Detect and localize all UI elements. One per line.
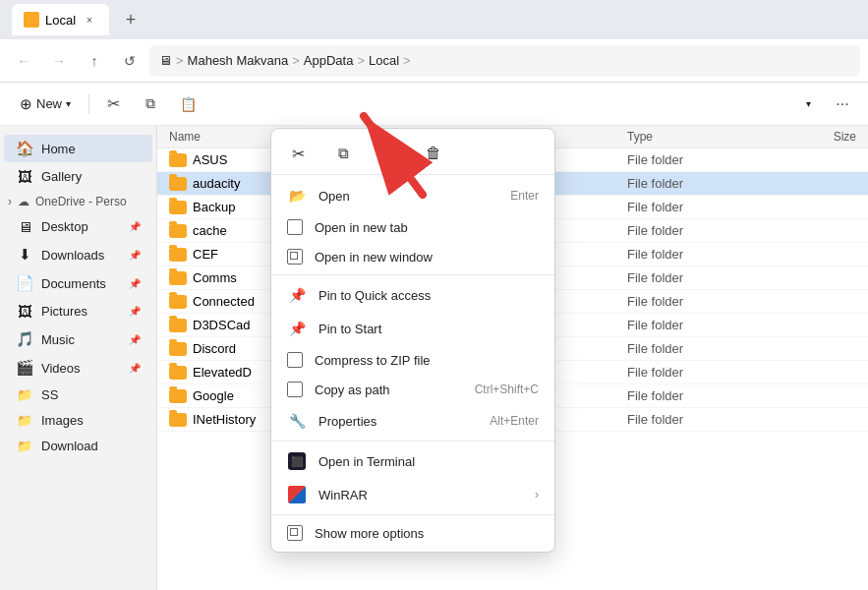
context-winrar[interactable]: WinRAR ›: [271, 478, 554, 511]
context-compress-zip[interactable]: Compress to ZIP file: [271, 345, 554, 375]
sidebar-item-gallery[interactable]: 🖼 Gallery: [4, 163, 152, 190]
tab-close-button[interactable]: ×: [82, 12, 97, 28]
context-delete-icon: 🗑: [426, 145, 441, 162]
folder-icon: [169, 366, 187, 380]
breadcrumb-2: AppData: [304, 53, 354, 68]
context-open-new-tab-label: Open in new tab: [315, 220, 539, 235]
sidebar-label-home: Home: [41, 142, 76, 156]
sidebar-item-music[interactable]: 🎵 Music 📌: [4, 325, 152, 353]
home-icon: 🏠: [16, 140, 33, 157]
sidebar-label-images: Images: [41, 413, 84, 428]
up-button[interactable]: ↑: [79, 45, 110, 77]
open-new-window-icon: [287, 249, 303, 265]
pin-icon-downloads: 📌: [129, 250, 141, 261]
context-open-new-tab[interactable]: Open in new tab: [271, 212, 554, 242]
sidebar-label-videos: Videos: [41, 361, 81, 376]
folder-icon: [169, 295, 187, 309]
file-type-cell: File folder: [627, 200, 799, 214]
context-copy-path[interactable]: Copy as path Ctrl+Shift+C: [271, 375, 554, 404]
winrar-icon: [287, 485, 307, 504]
breadcrumb-1: Mahesh Makvana: [188, 53, 289, 68]
back-icon: ←: [17, 53, 30, 69]
videos-icon: 🎬: [16, 359, 33, 377]
sidebar-item-pictures[interactable]: 🖼 Pictures 📌: [4, 298, 152, 324]
tab-label: Local: [45, 13, 76, 28]
address-separator-4: >: [403, 53, 411, 68]
new-tab-button[interactable]: +: [117, 6, 145, 33]
sidebar-label-music: Music: [41, 332, 75, 347]
context-open-label: Open: [318, 189, 498, 204]
sidebar-item-onedrive[interactable]: › ☁ OneDrive - Perso: [0, 191, 156, 212]
header-size: Size: [799, 130, 856, 144]
sidebar-label-pictures: Pictures: [41, 304, 87, 319]
copy-path-icon: [287, 382, 303, 397]
pin-start-icon: 📌: [287, 319, 307, 338]
open-icon: 📂: [287, 186, 307, 206]
sidebar-item-home[interactable]: 🏠 Home: [4, 135, 152, 162]
context-separator-1: [271, 274, 554, 275]
paste-button[interactable]: 📋: [172, 88, 203, 120]
file-type-cell: File folder: [627, 247, 799, 262]
file-name-text: D3DSCad: [193, 318, 251, 332]
toolbar-separator-1: [88, 94, 89, 114]
context-properties-label: Properties: [318, 414, 478, 429]
context-copy-path-label: Copy as path: [315, 383, 463, 397]
context-open[interactable]: 📂 Open Enter: [271, 179, 554, 212]
documents-icon: 📄: [16, 274, 33, 292]
sidebar-item-downloads[interactable]: ⬇ Downloads 📌: [4, 241, 152, 268]
back-button[interactable]: ←: [8, 45, 39, 77]
sidebar-item-ss[interactable]: 📁 SS: [4, 383, 152, 407]
header-type: Type: [627, 130, 799, 144]
sidebar-item-videos[interactable]: 🎬 Videos 📌: [4, 354, 152, 382]
context-properties[interactable]: 🔧 Properties Alt+Enter: [271, 404, 554, 438]
file-type-cell: File folder: [627, 318, 799, 332]
images-folder-icon: 📁: [16, 413, 33, 428]
browser-tab[interactable]: Local ×: [12, 4, 109, 35]
sidebar-item-download[interactable]: 📁 Download: [4, 434, 152, 458]
sidebar-label-documents: Documents: [41, 276, 106, 291]
pin-icon-documents: 📌: [129, 278, 141, 289]
more-options-icon: [287, 525, 303, 541]
context-more-options[interactable]: Show more options: [271, 518, 554, 548]
sidebar-item-desktop[interactable]: 🖥 Desktop 📌: [4, 213, 152, 240]
context-cut-button[interactable]: ✂: [283, 139, 313, 168]
pin-icon-pictures: 📌: [129, 306, 141, 317]
open-new-tab-icon: [287, 219, 303, 235]
sidebar-item-images[interactable]: 📁 Images: [4, 408, 152, 433]
file-type-cell: File folder: [627, 294, 799, 309]
cut-button[interactable]: ✂: [97, 88, 129, 120]
new-plus-icon: ⊕: [20, 95, 32, 113]
context-rename-button[interactable]: ✏: [374, 139, 403, 168]
folder-icon: [169, 153, 187, 167]
refresh-button[interactable]: ↺: [114, 45, 145, 77]
more-button[interactable]: ···: [827, 88, 858, 120]
context-cut-icon: ✂: [292, 145, 305, 163]
pin-icon-music: 📌: [129, 334, 141, 345]
context-separator-3: [271, 514, 554, 515]
new-label: New: [36, 96, 62, 111]
context-open-terminal[interactable]: ⬛ Open in Terminal: [271, 444, 554, 478]
view-button[interactable]: ▾: [792, 93, 821, 114]
address-bar[interactable]: 🖥 > Mahesh Makvana > AppData > Local >: [149, 45, 860, 77]
address-separator: >: [176, 53, 184, 68]
new-button[interactable]: ⊕ New ▾: [10, 90, 81, 118]
file-name-text: Backup: [193, 200, 235, 214]
context-pin-quick-access[interactable]: 📌 Pin to Quick access: [271, 278, 554, 312]
file-name-text: audacity: [193, 176, 240, 191]
sidebar-label-ss: SS: [41, 387, 58, 402]
downloads-icon: ⬇: [16, 246, 33, 264]
copy-button[interactable]: ⧉: [135, 88, 166, 120]
up-icon: ↑: [91, 53, 98, 69]
chevron-right-icon: ›: [8, 195, 12, 208]
context-pin-start[interactable]: 📌 Pin to Start: [271, 312, 554, 345]
context-copy-button[interactable]: ⧉: [328, 139, 358, 168]
context-open-new-window[interactable]: Open in new window: [271, 242, 554, 271]
sidebar-item-documents[interactable]: 📄 Documents 📌: [4, 269, 152, 297]
file-type-cell: File folder: [627, 270, 799, 285]
forward-button[interactable]: →: [43, 45, 75, 77]
folder-icon: [169, 319, 187, 332]
pin-icon-desktop: 📌: [129, 221, 141, 232]
toolbar: ⊕ New ▾ ✂ ⧉ 📋 ▾ ···: [0, 83, 868, 126]
context-delete-button[interactable]: 🗑: [419, 139, 448, 168]
ss-folder-icon: 📁: [16, 387, 33, 402]
